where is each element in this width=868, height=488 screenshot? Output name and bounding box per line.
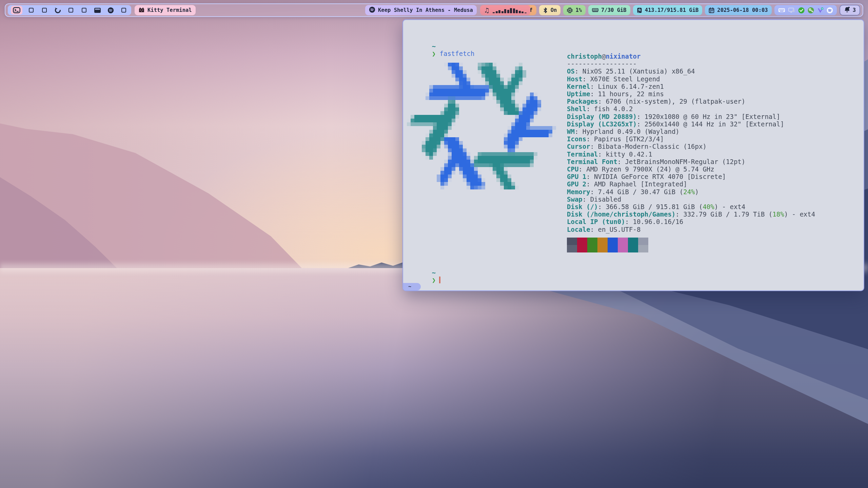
terminal-window[interactable]: ~ ❯ fastfetch christoph@nixinator ------… — [402, 19, 864, 291]
tray-spotify-white[interactable] — [827, 7, 833, 14]
fastfetch-line: Packages: 6706 (nix-system), 29 (flatpak… — [567, 98, 815, 105]
media-group: Keep Shelly In Athens - Medusa ♫ — [365, 5, 530, 15]
empty-workspace-icon — [68, 8, 73, 13]
nixos-logo — [407, 52, 556, 201]
empty-workspace-icon — [42, 8, 47, 13]
clock-module[interactable]: 2025-06-18 00:03 — [705, 5, 771, 15]
fastfetch-line: Swap: Disabled — [567, 196, 815, 203]
terminal-tab[interactable]: ~ — [403, 283, 421, 290]
window-title-label: Kitty Terminal — [147, 7, 192, 13]
fastfetch-line: Terminal: kitty 0.42.1 — [567, 150, 815, 158]
fastfetch-info: christoph@nixinator ------------------ O… — [567, 53, 815, 233]
workspace-8-spotify[interactable] — [106, 6, 115, 15]
tray-vesktop[interactable] — [817, 7, 824, 14]
cpu-value: 1% — [575, 7, 582, 13]
screenshare-lock-icon — [788, 7, 795, 13]
kitty-cat-icon — [138, 7, 145, 14]
audio-visualizer-pill[interactable]: ♫ — [480, 5, 530, 15]
fastfetch-line: GPU 2: AMD Raphael [Integrated] — [567, 180, 815, 188]
workspace-4-firefox[interactable] — [53, 6, 62, 15]
desktop: Kitty Terminal Keep Shelly In Athens - M… — [0, 0, 868, 488]
keyboard-icon — [778, 7, 785, 13]
media-track-label: Keep Shelly In Athens - Medusa — [378, 7, 473, 13]
palette-swatch — [628, 245, 638, 252]
fastfetch-line: Icons: Papirus [GTK2/3/4] — [567, 135, 815, 143]
color-palette — [567, 238, 648, 252]
tray-keyboard[interactable] — [778, 7, 785, 13]
memory-value: 7/30 GiB — [601, 7, 627, 13]
notifications-pill[interactable]: 3 — [840, 5, 860, 16]
palette-swatch — [577, 245, 587, 252]
visualizer-bars — [493, 7, 527, 13]
fastfetch-line: OS: NixOS 25.11 (Xantusia) x86_64 — [567, 67, 815, 75]
workspace-6-empty[interactable] — [80, 6, 88, 15]
fastfetch-line: GPU 1: NVIDIA GeForce RTX 4070 [Discrete… — [567, 173, 815, 180]
palette-swatch — [597, 238, 608, 245]
fastfetch-line: Kernel: Linux 6.14.7-zen1 — [567, 83, 815, 90]
cpu-module[interactable]: 1% — [563, 5, 586, 15]
tray-check-circle[interactable] — [798, 7, 805, 14]
memory-module[interactable]: 7/30 GiB — [588, 5, 630, 15]
fastfetch-separator: ------------------ — [567, 60, 815, 67]
disk-icon — [637, 7, 642, 13]
clock-value: 2025-06-18 00:03 — [717, 7, 768, 13]
empty-workspace-icon — [82, 8, 86, 13]
workspaces-module — [8, 5, 131, 15]
vesktop-icon — [817, 7, 824, 14]
workspace-1-terminal[interactable] — [11, 6, 22, 15]
terminal-tab-label: ~ — [408, 284, 411, 290]
media-player-pill[interactable]: Keep Shelly In Athens - Medusa — [365, 5, 477, 15]
palette-row-bright — [567, 245, 648, 252]
palette-swatch — [608, 245, 618, 252]
palette-swatch — [638, 238, 648, 245]
fastfetch-line: Shell: fish 4.0.2 — [567, 105, 815, 113]
bell-icon — [844, 6, 850, 13]
palette-swatch — [567, 245, 577, 252]
fastfetch-line: Terminal Font: JetBrainsMonoNFM-Regular … — [567, 158, 815, 165]
palette-swatch — [577, 238, 587, 245]
workspace-5-empty[interactable] — [66, 6, 75, 15]
spotify-icon — [107, 7, 114, 14]
fastfetch-line: WM: Hyprland 0.49.0 (Wayland) — [567, 128, 815, 135]
palette-row-normal — [567, 238, 648, 245]
palette-swatch — [587, 245, 597, 252]
bluetooth-value: On — [551, 7, 557, 13]
palette-swatch — [618, 245, 628, 252]
spotify-icon — [369, 6, 375, 13]
key-icon — [808, 7, 814, 14]
fastfetch-line: Memory: 7.44 GiB / 30.47 GiB (24%) — [567, 188, 815, 196]
status-modules: 85%OffOn1%7/30 GiB413.17/915.81 GiB2025-… — [483, 5, 860, 16]
tray-screenshare-lock[interactable] — [788, 7, 795, 13]
empty-workspace-icon — [121, 8, 126, 13]
workspace-7-window[interactable] — [93, 6, 102, 15]
fastfetch-line: Locale: en_US.UTF-8 — [567, 226, 815, 233]
palette-swatch — [608, 238, 618, 245]
fastfetch-line: Local IP (tun0): 10.96.0.16/16 — [567, 218, 815, 225]
workspace-3-empty[interactable] — [40, 6, 49, 15]
disk-module[interactable]: 413.17/915.81 GiB — [633, 5, 703, 15]
window-title-pill[interactable]: Kitty Terminal — [135, 5, 196, 15]
fastfetch-line: Uptime: 11 hours, 22 mins — [567, 90, 815, 98]
memory-icon — [592, 7, 598, 13]
fastfetch-line: Disk (/): 366.58 GiB / 915.81 GiB (40%) … — [567, 203, 815, 210]
bluetooth-module[interactable]: On — [539, 5, 561, 15]
calendar-icon — [709, 7, 714, 13]
cat-icon — [138, 7, 145, 13]
fastfetch-title: christoph@nixinator — [567, 53, 815, 60]
spotify-tray-icon — [827, 7, 833, 14]
window-icon — [94, 8, 101, 13]
fastfetch-line: Host: X670E Steel Legend — [567, 75, 815, 83]
bluetooth-icon — [543, 7, 548, 13]
system-tray — [774, 5, 837, 15]
tray-key[interactable] — [808, 7, 814, 14]
workspace-9-empty[interactable] — [119, 6, 128, 15]
fastfetch-line: Display (MD 20889): 1920x1080 @ 60 Hz in… — [567, 113, 815, 120]
workspace-2-empty[interactable] — [27, 6, 36, 15]
empty-workspace-icon — [29, 8, 34, 13]
fastfetch-line: Disk (/home/christoph/Games): 332.79 GiB… — [567, 210, 815, 218]
palette-swatch — [587, 238, 597, 245]
terminal-icon — [13, 7, 20, 13]
check-circle-icon — [798, 7, 805, 14]
notification-count: 3 — [853, 7, 856, 13]
palette-swatch — [628, 238, 638, 245]
